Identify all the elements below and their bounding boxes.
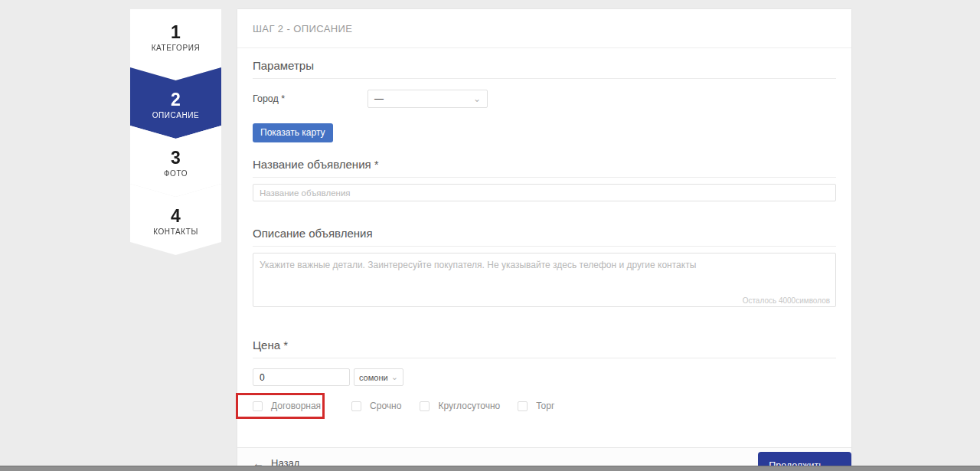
city-label: Город * (253, 93, 368, 104)
panel-title: ШАГ 2 - ОПИСАНИЕ (237, 9, 851, 48)
checkbox-urgent[interactable]: Срочно (351, 401, 401, 411)
ad-title-section-title: Название объявления * (253, 158, 836, 178)
checkbox-icon[interactable] (518, 401, 528, 411)
step-number: 4 (171, 207, 181, 225)
checkbox-label: Договорная (271, 401, 321, 411)
city-select[interactable]: — ⌄ (368, 90, 488, 108)
checkbox-label: Срочно (370, 401, 401, 411)
price-section-title: Цена * (253, 339, 836, 358)
price-options-row: Договорная Срочно Круглосуточно Торг (253, 401, 836, 411)
stepper-step-category[interactable]: 1 КАТЕГОРИЯ (130, 9, 221, 80)
step-label: КАТЕГОРИЯ (152, 44, 201, 52)
checkbox-negotiable[interactable]: Договорная (253, 401, 321, 411)
wizard-stepper: 1 КАТЕГОРИЯ 2 ОПИСАНИЕ 3 ФОТО 4 КОНТАКТЫ (130, 9, 221, 255)
step-number: 2 (171, 90, 181, 109)
description-textarea-wrap: Осталось 4000символов (253, 253, 836, 310)
checkbox-bargain[interactable]: Торг (518, 401, 554, 411)
form-body: Параметры Город * — ⌄ Показать карту Наз… (237, 59, 851, 447)
ad-description-section-title: Описание объявления (253, 227, 836, 247)
price-row: сомони ⌄ (253, 368, 836, 386)
currency-select[interactable]: сомони ⌄ (354, 368, 403, 386)
step-number: 1 (171, 23, 181, 41)
ad-title-input[interactable] (253, 184, 836, 201)
step-label: ФОТО (164, 169, 188, 178)
parameters-section-title: Параметры (253, 59, 836, 79)
step2-form-panel: ШАГ 2 - ОПИСАНИЕ Параметры Город * — ⌄ П… (237, 9, 851, 471)
viewport-bottom-edge (0, 466, 980, 471)
step-number: 3 (171, 149, 181, 167)
step-label: ОПИСАНИЕ (152, 111, 200, 119)
currency-value: сомони (359, 373, 388, 382)
checkbox-icon[interactable] (253, 401, 263, 411)
city-select-value: — (374, 93, 384, 104)
show-map-button[interactable]: Показать карту (253, 123, 333, 142)
chars-left-counter: Осталось 4000символов (743, 296, 830, 305)
price-input[interactable] (253, 368, 350, 386)
checkbox-label: Круглосуточно (438, 401, 500, 411)
checkbox-label: Торг (536, 401, 554, 411)
checkbox-around-the-clock[interactable]: Круглосуточно (420, 401, 500, 411)
chevron-down-icon: ⌄ (391, 374, 398, 381)
city-row: Город * — ⌄ (253, 90, 836, 108)
step-label: КОНТАКТЫ (153, 227, 198, 236)
chevron-down-icon: ⌄ (473, 95, 481, 103)
checkbox-icon[interactable] (420, 401, 430, 411)
checkbox-icon[interactable] (351, 401, 361, 411)
